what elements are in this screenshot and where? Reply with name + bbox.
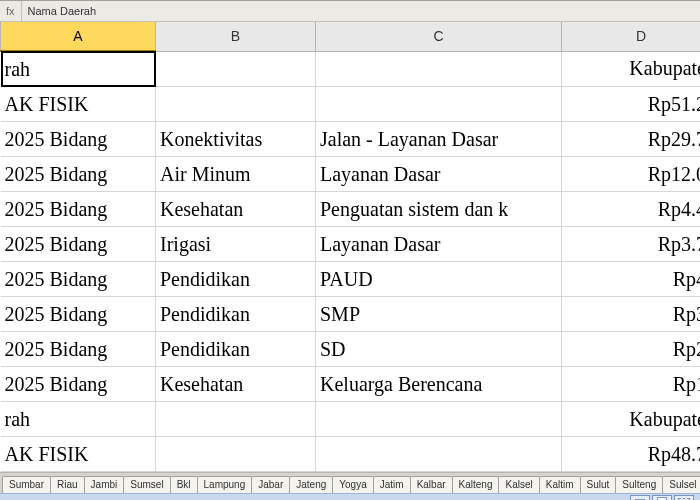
cell-B[interactable]: Pendidikan	[156, 297, 316, 332]
table-row: AK FISIKRp51.24	[1, 87, 701, 122]
page-break-view-icon[interactable]	[674, 495, 694, 500]
cell-B[interactable]	[156, 437, 316, 472]
sheet-tab[interactable]: Riau	[50, 476, 85, 493]
cell-C[interactable]: Keluarga Berencana	[316, 367, 562, 402]
cell-A[interactable]: 2025 Bidang	[1, 332, 156, 367]
table-row: 2025 BidangKonektivitasJalan - Layanan D…	[1, 122, 701, 157]
cell-D[interactable]: Kabupaten	[562, 402, 701, 437]
cell-C[interactable]: Layanan Dasar	[316, 157, 562, 192]
table-row: 2025 BidangPendidikanSMPRp30	[1, 297, 701, 332]
table-row: 2025 BidangKesehatanPenguatan sistem dan…	[1, 192, 701, 227]
cell-D[interactable]: Rp3.79	[562, 227, 701, 262]
sheet-tab[interactable]: Jateng	[289, 476, 333, 493]
cell-A[interactable]: 2025 Bidang	[1, 122, 156, 157]
cell-A[interactable]: 2025 Bidang	[1, 192, 156, 227]
sheet-tab[interactable]: Sulut	[580, 476, 617, 493]
table-row: 2025 BidangPendidikanSDRp26	[1, 332, 701, 367]
sheet-tab[interactable]: Lampung	[197, 476, 253, 493]
sheet-tab-bar: SumbarRiauJambiSumselBklLampungJabarJate…	[0, 472, 700, 493]
sheet-tab[interactable]: Kalsel	[498, 476, 539, 493]
page-layout-view-icon[interactable]	[652, 495, 672, 500]
cell-D[interactable]: Rp4.48	[562, 192, 701, 227]
table-row: 2025 BidangPendidikanPAUDRp46	[1, 262, 701, 297]
column-header-C[interactable]: C	[316, 22, 562, 51]
table-row: 2025 BidangAir MinumLayanan DasarRp12.04	[1, 157, 701, 192]
sheet-tab[interactable]: Sumsel	[123, 476, 170, 493]
cell-A[interactable]: 2025 Bidang	[1, 262, 156, 297]
cell-B[interactable]: Irigasi	[156, 227, 316, 262]
table-row: AK FISIKRp48.73	[1, 437, 701, 472]
cell-B[interactable]	[156, 51, 316, 87]
column-header-D[interactable]: D	[562, 22, 701, 51]
cell-A[interactable]: rah	[1, 402, 156, 437]
cell-B[interactable]: Konektivitas	[156, 122, 316, 157]
cell-B[interactable]: Pendidikan	[156, 262, 316, 297]
cell-D[interactable]: Rp46	[562, 262, 701, 297]
cell-D[interactable]: Kabupaten	[562, 51, 701, 87]
cell-C[interactable]: Jalan - Layanan Dasar	[316, 122, 562, 157]
cell-B[interactable]: Pendidikan	[156, 332, 316, 367]
cell-D[interactable]: Rp48.73	[562, 437, 701, 472]
status-bar	[0, 493, 700, 500]
sheet-tab[interactable]: Sumbar	[2, 476, 51, 493]
cell-C[interactable]: PAUD	[316, 262, 562, 297]
cell-A[interactable]: AK FISIK	[1, 87, 156, 122]
cell-C[interactable]: SD	[316, 332, 562, 367]
cell-A[interactable]: 2025 Bidang	[1, 297, 156, 332]
window-frame: fx Nama Daerah A B C D rahKabupatenAK FI…	[0, 0, 700, 500]
cell-C[interactable]	[316, 437, 562, 472]
cell-C[interactable]	[316, 87, 562, 122]
table-row: rahKabupaten	[1, 51, 701, 87]
column-header-row: A B C D	[1, 22, 701, 51]
sheet-tab[interactable]: Sulteng	[615, 476, 663, 493]
sheet-tab[interactable]: Jatim	[373, 476, 411, 493]
cell-A[interactable]: AK FISIK	[1, 437, 156, 472]
cell-B[interactable]	[156, 402, 316, 437]
cell-A[interactable]: 2025 Bidang	[1, 227, 156, 262]
normal-view-icon[interactable]	[630, 495, 650, 500]
cell-C[interactable]: Penguatan sistem dan k	[316, 192, 562, 227]
table-row: 2025 BidangIrigasiLayanan DasarRp3.79	[1, 227, 701, 262]
cell-C[interactable]: Layanan Dasar	[316, 227, 562, 262]
cell-B[interactable]: Kesehatan	[156, 367, 316, 402]
column-header-A[interactable]: A	[1, 22, 156, 51]
cell-D[interactable]: Rp29.75	[562, 122, 701, 157]
sheet-tab[interactable]: Kaltim	[539, 476, 581, 493]
cell-C[interactable]	[316, 402, 562, 437]
fx-icon[interactable]: fx	[0, 1, 22, 21]
cell-D[interactable]: Rp12	[562, 367, 701, 402]
cell-D[interactable]: Rp12.04	[562, 157, 701, 192]
cell-A[interactable]: rah	[1, 51, 156, 87]
formula-content[interactable]: Nama Daerah	[22, 5, 96, 17]
sheet-tab[interactable]: Jambi	[84, 476, 125, 493]
cell-C[interactable]	[316, 51, 562, 87]
sheet-tab[interactable]: Yogya	[332, 476, 373, 493]
sheet-tab[interactable]: Sulsel	[662, 476, 700, 493]
cell-D[interactable]: Rp30	[562, 297, 701, 332]
table-row: 2025 BidangKesehatanKeluarga BerencanaRp…	[1, 367, 701, 402]
cell-D[interactable]: Rp51.24	[562, 87, 701, 122]
cell-B[interactable]: Kesehatan	[156, 192, 316, 227]
cell-B[interactable]: Air Minum	[156, 157, 316, 192]
cell-D[interactable]: Rp26	[562, 332, 701, 367]
sheet-tab[interactable]: Kalbar	[410, 476, 453, 493]
spreadsheet-grid[interactable]: A B C D rahKabupatenAK FISIKRp51.24 2025…	[0, 22, 700, 472]
formula-bar: fx Nama Daerah	[0, 1, 700, 22]
cell-A[interactable]: 2025 Bidang	[1, 157, 156, 192]
cell-C[interactable]: SMP	[316, 297, 562, 332]
sheet-tab[interactable]: Jabar	[251, 476, 290, 493]
column-header-B[interactable]: B	[156, 22, 316, 51]
sheet-tab[interactable]: Bkl	[170, 476, 198, 493]
cell-A[interactable]: 2025 Bidang	[1, 367, 156, 402]
cell-B[interactable]	[156, 87, 316, 122]
sheet-tab[interactable]: Kalteng	[452, 476, 500, 493]
table-row: rahKabupaten	[1, 402, 701, 437]
